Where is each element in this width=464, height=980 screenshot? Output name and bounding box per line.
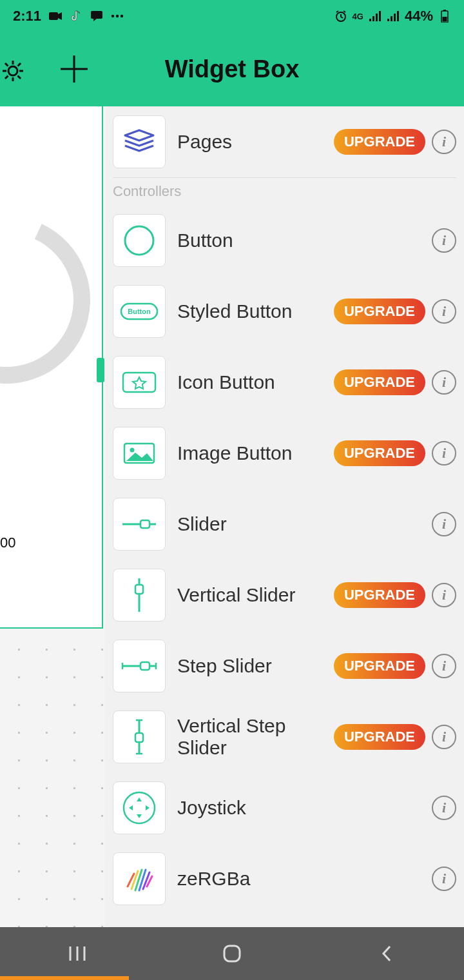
svg-rect-12	[394, 14, 396, 21]
svg-point-28	[125, 226, 153, 255]
upgrade-badge[interactable]: UPGRADE	[334, 299, 425, 324]
svg-rect-56	[224, 946, 240, 961]
camera-icon	[49, 10, 62, 23]
svg-point-3	[116, 15, 119, 17]
tiktok-icon	[70, 10, 82, 23]
info-button[interactable]: i	[432, 867, 456, 891]
nav-recents[interactable]	[58, 941, 97, 966]
svg-rect-0	[49, 12, 58, 20]
svg-rect-1	[91, 11, 102, 19]
svg-rect-37	[135, 585, 143, 594]
widget-label: Icon Button	[166, 371, 334, 394]
widget-label: Button	[166, 230, 432, 252]
widget-item-button[interactable]: Button i	[105, 205, 464, 276]
info-button[interactable]: i	[432, 228, 456, 253]
signal2-icon	[387, 10, 400, 23]
widget-item-image-button[interactable]: Image Button UPGRADE i	[105, 418, 464, 489]
image-button-icon	[113, 427, 166, 480]
upgrade-badge[interactable]: UPGRADE	[334, 369, 425, 395]
signal-icon	[369, 10, 382, 23]
info-button[interactable]: i	[432, 796, 456, 820]
widget-label: Image Button	[166, 442, 334, 465]
svg-rect-6	[369, 19, 371, 21]
widget-item-joystick[interactable]: Joystick i	[105, 772, 464, 843]
widget-item-vertical-slider[interactable]: Vertical Slider UPGRADE i	[105, 560, 464, 631]
svg-rect-31	[123, 373, 155, 392]
svg-rect-16	[443, 17, 447, 22]
upgrade-badge[interactable]: UPGRADE	[334, 653, 425, 679]
widget-item-styled-button[interactable]: Button Styled Button UPGRADE i	[105, 276, 464, 347]
panel-drag-handle[interactable]	[97, 358, 104, 382]
widget-item-pages[interactable]: Pages UPGRADE i	[105, 106, 464, 177]
widget-label: Vertical Step Slider	[166, 715, 334, 760]
nav-home[interactable]	[213, 941, 251, 966]
widget-item-vertical-step-slider[interactable]: Vertical Step Slider UPGRADE i	[105, 701, 464, 772]
canvas-grid	[0, 631, 103, 927]
more-icon	[111, 10, 124, 23]
alarm-icon	[334, 10, 347, 23]
gauge-value: 00	[0, 534, 15, 551]
widget-label: zeRGBa	[166, 868, 432, 890]
info-button[interactable]: i	[432, 370, 456, 395]
svg-point-4	[121, 15, 123, 17]
vertical-slider-icon	[113, 569, 166, 622]
canvas-peek[interactable]: 00	[0, 106, 103, 629]
svg-point-2	[111, 15, 114, 17]
slider-icon	[113, 498, 166, 551]
network-label: 4G	[353, 12, 363, 21]
bottom-accent	[0, 976, 129, 980]
widget-label: Pages	[166, 131, 334, 153]
svg-rect-7	[372, 16, 374, 21]
widget-item-step-slider[interactable]: Step Slider UPGRADE i	[105, 631, 464, 701]
widget-label: Slider	[166, 513, 432, 536]
svg-text:Button: Button	[128, 308, 151, 315]
page-title: Widget Box	[0, 55, 464, 83]
upgrade-badge[interactable]: UPGRADE	[334, 582, 425, 608]
chat-icon	[90, 10, 103, 23]
zergba-icon	[113, 852, 166, 905]
svg-rect-11	[391, 16, 392, 21]
svg-rect-8	[376, 14, 378, 21]
svg-point-46	[124, 792, 155, 823]
upgrade-badge[interactable]: UPGRADE	[334, 724, 425, 750]
vertical-step-slider-icon	[113, 710, 166, 763]
svg-rect-45	[135, 733, 143, 742]
widget-panel: Pages UPGRADE i Controllers Button i But…	[105, 106, 464, 980]
system-nav-bar	[0, 927, 464, 980]
widget-item-icon-button[interactable]: Icon Button UPGRADE i	[105, 347, 464, 418]
info-button[interactable]: i	[432, 512, 456, 536]
widget-item-slider[interactable]: Slider i	[105, 489, 464, 560]
battery-pct: 44%	[405, 8, 433, 24]
icon-button-icon	[113, 356, 166, 409]
circle-icon	[113, 214, 166, 267]
section-controllers: Controllers	[105, 178, 464, 205]
widget-label: Step Slider	[166, 655, 334, 678]
status-bar: 2:11 4G 44%	[0, 0, 464, 32]
info-button[interactable]: i	[432, 130, 456, 154]
app-header: Widget Box	[0, 32, 464, 106]
svg-rect-9	[379, 11, 381, 21]
info-button[interactable]: i	[432, 299, 456, 324]
info-button[interactable]: i	[432, 654, 456, 678]
info-button[interactable]: i	[432, 441, 456, 466]
svg-point-33	[130, 448, 135, 453]
joystick-icon	[113, 781, 166, 834]
widget-label: Vertical Slider	[166, 584, 334, 607]
widget-label: Styled Button	[166, 300, 334, 323]
widget-label: Joystick	[166, 797, 432, 819]
svg-rect-35	[140, 520, 150, 528]
upgrade-badge[interactable]: UPGRADE	[334, 129, 425, 155]
status-time: 2:11	[13, 8, 41, 24]
styled-button-icon: Button	[113, 285, 166, 338]
widget-item-zergba[interactable]: zeRGBa i	[105, 843, 464, 914]
upgrade-badge[interactable]: UPGRADE	[334, 440, 425, 466]
svg-rect-13	[397, 11, 399, 21]
info-button[interactable]: i	[432, 583, 456, 607]
pages-icon	[113, 115, 166, 168]
step-slider-icon	[113, 640, 166, 692]
info-button[interactable]: i	[432, 725, 456, 749]
battery-icon	[438, 10, 451, 23]
svg-rect-10	[387, 19, 389, 21]
svg-rect-41	[140, 662, 150, 670]
nav-back[interactable]	[367, 941, 406, 966]
